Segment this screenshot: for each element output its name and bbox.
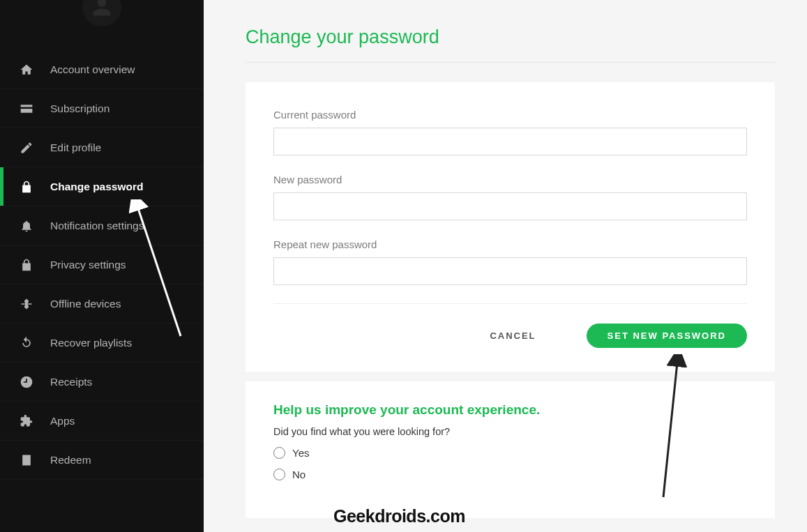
sidebar-item-notification-settings[interactable]: Notification settings: [0, 206, 204, 245]
sidebar-item-label: Subscription: [50, 102, 110, 115]
sidebar-item-label: Privacy settings: [50, 259, 126, 271]
sidebar-nav: Account overview Subscription Edit profi…: [0, 50, 204, 480]
lock-icon: [20, 258, 50, 272]
sidebar-item-label: Account overview: [50, 63, 135, 76]
avatar-area: [0, 0, 204, 50]
current-password-field: Current password: [273, 109, 747, 155]
sidebar-item-receipts[interactable]: Receipts: [0, 363, 204, 402]
refresh-icon: [20, 336, 50, 350]
new-password-label: New password: [273, 174, 747, 185]
form-actions: CANCEL SET NEW PASSWORD: [273, 324, 747, 348]
sidebar-item-label: Offline devices: [50, 298, 121, 310]
feedback-panel: Help us improve your account experience.…: [246, 381, 775, 518]
cancel-button[interactable]: CANCEL: [490, 330, 536, 341]
offline-icon: [20, 297, 50, 311]
feedback-option-no[interactable]: No: [273, 469, 747, 480]
sidebar-item-apps[interactable]: Apps: [0, 402, 204, 441]
sidebar-item-privacy-settings[interactable]: Privacy settings: [0, 245, 204, 284]
change-password-panel: Current password New password Repeat new…: [246, 82, 775, 372]
current-password-input[interactable]: [273, 128, 747, 155]
sidebar-item-label: Apps: [50, 415, 75, 427]
sidebar-item-redeem[interactable]: Redeem: [0, 441, 204, 480]
repeat-password-input[interactable]: [273, 257, 747, 285]
current-password-label: Current password: [273, 109, 747, 121]
set-new-password-button[interactable]: SET NEW PASSWORD: [587, 324, 747, 348]
sidebar-item-label: Redeem: [50, 454, 91, 466]
main-content: Change your password Current password Ne…: [204, 0, 807, 532]
new-password-input[interactable]: [273, 192, 747, 220]
home-icon: [20, 63, 50, 77]
bell-icon: [20, 219, 50, 233]
avatar[interactable]: [82, 0, 121, 26]
user-icon: [91, 0, 112, 17]
sidebar-item-label: Receipts: [50, 376, 92, 388]
sidebar-item-label: Change password: [50, 181, 144, 193]
redeem-icon: [20, 453, 50, 467]
sidebar: Account overview Subscription Edit profi…: [0, 0, 204, 532]
sidebar-item-subscription[interactable]: Subscription: [0, 89, 204, 128]
sidebar-item-account-overview[interactable]: Account overview: [0, 50, 204, 89]
watermark-text: Geekdroids.com: [333, 506, 465, 526]
page-title: Change your password: [246, 26, 775, 63]
feedback-radio-yes[interactable]: [273, 447, 285, 459]
feedback-label-yes: Yes: [292, 447, 309, 459]
feedback-radio-no[interactable]: [273, 469, 285, 480]
sidebar-item-change-password[interactable]: Change password: [0, 167, 204, 206]
lock-icon: [20, 180, 50, 194]
clock-icon: [20, 375, 50, 389]
repeat-password-field: Repeat new password: [273, 238, 747, 285]
sidebar-item-label: Recover playlists: [50, 337, 132, 349]
feedback-title: Help us improve your account experience.: [273, 402, 747, 418]
sidebar-item-offline-devices[interactable]: Offline devices: [0, 284, 204, 324]
puzzle-icon: [20, 414, 50, 428]
repeat-password-label: Repeat new password: [273, 238, 747, 250]
sidebar-item-label: Notification settings: [50, 220, 144, 232]
feedback-option-yes[interactable]: Yes: [273, 447, 747, 459]
sidebar-item-label: Edit profile: [50, 142, 101, 154]
feedback-label-no: No: [292, 469, 306, 480]
divider: [273, 303, 747, 304]
sidebar-item-recover-playlists[interactable]: Recover playlists: [0, 324, 204, 363]
sidebar-item-edit-profile[interactable]: Edit profile: [0, 128, 204, 167]
new-password-field: New password: [273, 174, 747, 220]
card-icon: [20, 102, 50, 116]
pencil-icon: [20, 141, 50, 155]
feedback-question: Did you find what you were looking for?: [273, 426, 747, 437]
